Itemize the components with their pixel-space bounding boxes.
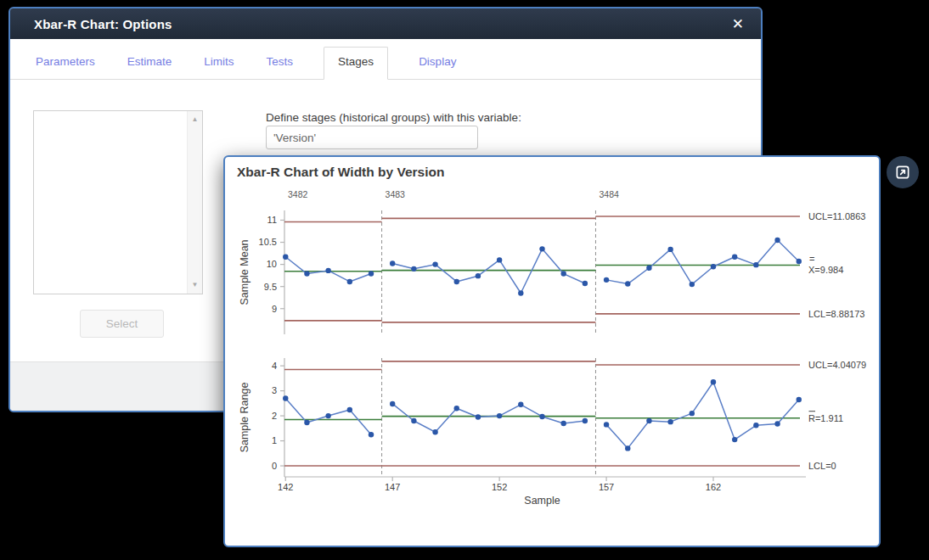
tab-limits[interactable]: Limits [202,45,235,79]
data-point [711,379,716,384]
close-icon[interactable]: ✕ [729,15,747,33]
data-point [518,290,523,295]
y-tick-label: 4 [272,361,277,371]
data-point [732,437,737,442]
center-label: R=1.911 [808,413,843,423]
x-tick-label: 142 [278,482,293,492]
tab-stages[interactable]: Stages [324,47,388,80]
x-tick-label: 152 [492,482,507,492]
stages-variable-label: Define stages (historical groups) with t… [266,111,521,124]
data-point [583,418,588,423]
data-point [304,420,309,425]
data-point [476,273,481,278]
y-tick-label: 0 [272,461,277,471]
stage-variable-input[interactable] [266,126,478,149]
data-point [539,246,544,251]
y-tick-label: 10.5 [259,237,277,247]
center-label: X=9.984 [808,265,843,275]
data-point [690,411,695,416]
data-point [753,262,758,267]
data-point [454,279,459,284]
open-in-new-window-button[interactable] [887,156,919,188]
dialog-titlebar[interactable]: Xbar-R Chart: Options ✕ [10,8,761,39]
data-point [369,432,374,437]
data-point [411,266,416,272]
center-label-doublebar: = [809,254,814,264]
series-line [392,249,585,293]
tab-tests[interactable]: Tests [265,45,296,79]
tab-estimate[interactable]: Estimate [126,45,174,79]
data-point [774,238,780,243]
data-point [432,261,437,266]
scroll-down-icon[interactable]: ▼ [188,278,202,292]
data-point [774,421,780,426]
data-point [497,413,502,418]
data-point [560,421,566,426]
data-point [347,279,352,284]
x-tick-label: 162 [706,482,721,492]
listbox-scrollbar[interactable]: ▲ ▼ [187,111,202,294]
y-axis-title: Sample Mean [239,239,251,305]
y-tick-label: 2 [272,411,277,421]
y-tick-label: 9 [272,304,277,314]
data-point [411,418,416,423]
y-tick-label: 10 [267,259,277,269]
x-axis-title: Sample [524,495,560,507]
data-point [667,419,673,424]
data-point [646,266,651,271]
lcl-label: LCL=0 [808,461,836,471]
data-point [797,397,802,402]
data-point [497,257,502,262]
data-point [283,255,288,260]
data-point [625,281,630,286]
scroll-up-icon[interactable]: ▲ [188,113,202,126]
data-point [711,264,716,269]
y-tick-label: 3 [272,385,277,395]
data-point [604,422,609,427]
screen: Xbar-R Chart: Options ✕ Parameters Estim… [0,0,929,560]
chart-window: Xbar-R Chart of Width by Version 99.5101… [223,155,881,547]
data-point [432,429,437,434]
data-point [667,247,673,252]
data-point [583,281,588,286]
select-button[interactable]: Select [80,310,164,338]
y-tick-label: 9.5 [264,282,277,292]
ucl-label: UCL=4.04079 [808,360,866,370]
y-axis-title: Sample Range [239,383,251,453]
y-tick-label: 1 [272,435,277,445]
data-point [369,271,374,276]
data-point [325,413,330,418]
data-point [753,423,758,428]
dialog-title: Xbar-R Chart: Options [34,17,729,31]
data-point [283,395,288,400]
data-point [454,406,459,411]
ucl-label: UCL=11.0863 [808,211,865,221]
data-point [604,277,609,283]
data-point [347,407,352,412]
data-point [518,402,523,407]
stage-label: 3484 [599,189,619,199]
x-tick-label: 147 [385,482,400,492]
data-point [560,271,566,276]
series-line [392,404,585,432]
tab-parameters[interactable]: Parameters [34,45,97,79]
popout-icon [894,164,911,181]
stage-variable-listbox[interactable]: ▲ ▼ [33,110,203,294]
data-point [304,271,309,276]
stage-label: 3483 [386,189,406,199]
data-point [539,414,544,419]
series-line [606,240,799,284]
data-point [625,445,630,451]
data-point [646,418,651,423]
data-point [390,260,395,266]
data-point [690,282,695,287]
series-line [606,382,799,448]
xbar-r-chart: 99.51010.511Sample Mean348234833484UCL=1… [225,157,882,549]
data-point [390,401,395,406]
dialog-tabbar: Parameters Estimate Limits Tests Stages … [10,39,761,80]
lcl-label: LCL=8.88173 [808,309,864,319]
data-point [476,414,481,419]
tab-display[interactable]: Display [417,45,458,79]
data-point [325,268,330,273]
stage-label: 3482 [288,189,308,199]
